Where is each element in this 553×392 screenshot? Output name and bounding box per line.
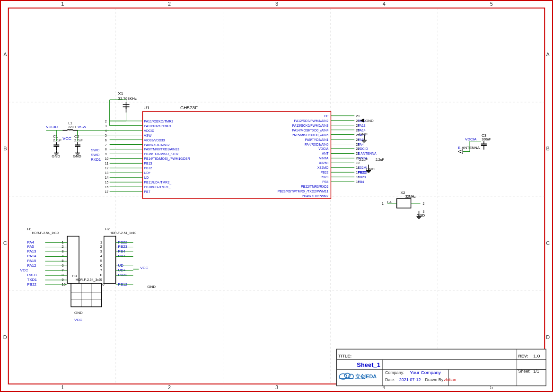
svg-text:PA14: PA14 [27,254,36,258]
svg-text:3: 3 [423,210,425,213]
svg-text:22uH: 22uH [68,125,76,129]
svg-text:UD+: UD+ [118,268,126,272]
svg-text:PA13: PA13 [27,249,36,253]
svg-text:PA5/TYD3/AIN1: PA5/TYD3/AIN1 [305,138,329,141]
svg-text:X32MO: X32MO [317,166,329,169]
svg-text:16: 16 [105,185,109,189]
svg-text:VCC: VCC [62,136,71,141]
svg-rect-222 [397,199,411,208]
svg-text:17: 17 [105,190,109,193]
svg-text:X1: X1 [118,91,123,96]
svg-text:2: 2 [61,244,64,249]
svg-text:8: 8 [61,273,64,277]
svg-text:TITLE:: TITLE: [338,354,351,358]
schematic-container: 1 2 3 4 5 1 2 3 4 5 A B C D A B C D U1 C… [0,0,553,392]
svg-text:X2: X2 [401,191,405,195]
svg-text:PB23: PB23 [320,175,328,179]
svg-text:PB22/TMR3/RXD2: PB22/TMR3/RXD2 [301,185,328,188]
svg-text:E: E [458,146,460,150]
svg-text:A: A [3,52,7,57]
svg-text:PB22: PB22 [27,282,37,287]
svg-text:PA12: PA12 [27,263,36,268]
svg-text:5: 5 [61,259,64,263]
svg-text:REV:: REV: [518,354,528,358]
svg-text:32MHz: 32MHz [405,195,416,198]
svg-text:CH573F: CH573F [180,105,198,110]
svg-text:1: 1 [61,240,64,244]
svg-text:VDCID: VDCID [46,125,58,129]
svg-text:GND: GND [74,311,83,315]
svg-text:PB22: PB22 [320,171,328,174]
svg-text:32.768KHz: 32.768KHz [118,96,137,101]
svg-text:HDR-F-2.54_1x10: HDR-F-2.54_1x10 [32,231,59,235]
svg-text:13: 13 [105,171,109,174]
svg-text:RXD1: RXD1 [91,157,101,162]
svg-text:VCC: VCC [140,266,148,270]
svg-text:VDCIA: VDCIA [318,147,329,150]
svg-text:1: 1 [100,240,103,244]
svg-text:5: 5 [490,1,493,7]
svg-text:PA14: PA14 [358,129,366,132]
svg-text:PA13/SCK0/PWM5/AIN3: PA13/SCK0/PWM5/AIN3 [292,124,329,127]
svg-text:3: 3 [275,1,278,7]
svg-text:3: 3 [105,124,107,128]
svg-text:5: 5 [100,259,103,263]
svg-text:PA5: PA5 [27,244,35,249]
svg-rect-268 [104,236,116,284]
svg-text:GND: GND [73,154,81,158]
svg-text:15: 15 [105,181,109,184]
svg-text:C2: C2 [74,134,79,139]
svg-text:PB15/TCK/MISO_/DTR: PB15/TCK/MISO_/DTR [144,152,178,156]
svg-text:6: 6 [105,139,107,142]
svg-text:TXD1: TXD1 [27,278,37,282]
svg-text:2: 2 [105,120,107,123]
svg-text:PA11/X32KO/TMR2: PA11/X32KO/TMR2 [144,120,173,123]
svg-text:6: 6 [61,263,64,268]
svg-text:14: 14 [105,176,109,179]
svg-text:C1: C1 [53,134,58,139]
svg-text:2: 2 [100,244,103,249]
svg-text:GND: GND [52,154,60,158]
svg-text:VINTA: VINTA [319,157,328,160]
svg-text:1.0: 1.0 [533,353,540,358]
svg-text:B: B [546,146,550,151]
svg-text:10: 10 [105,157,109,160]
svg-marker-207 [458,149,463,153]
svg-text:7: 7 [105,143,107,147]
svg-text:6: 6 [100,263,103,268]
svg-text:PA4: PA4 [27,240,35,244]
svg-text:PB23: PB23 [358,175,366,179]
svg-text:VSW: VSW [78,125,87,129]
svg-text:PA5: PA5 [358,138,364,141]
svg-text:PB4: PB4 [322,180,328,183]
svg-text:8: 8 [105,148,107,151]
svg-text:PA14/MOSI/TXD0_/AIN4: PA14/MOSI/TXD0_/AIN4 [292,129,328,132]
svg-text:2.2uF: 2.2uF [359,158,368,161]
svg-text:2021-07-12: 2021-07-12 [399,377,421,382]
svg-text:1: 1 [382,202,384,205]
svg-text:PA15/MISO/RXD0_/AIN5: PA15/MISO/RXD0_/AIN5 [292,133,329,137]
svg-text:11: 11 [105,162,109,165]
svg-text:4: 4 [383,1,386,7]
svg-text:SWD: SWD [91,153,100,157]
svg-text:GND: GND [359,132,368,136]
svg-text:PB7: PB7 [144,190,150,193]
svg-text:zhitian: zhitian [444,377,456,382]
svg-text:4: 4 [61,254,64,258]
svg-text:2: 2 [168,1,171,7]
svg-text:UD+: UD+ [144,171,150,174]
svg-text:PA9/TMR0/TXD1/AIN13: PA9/TMR0/TXD1/AIN13 [144,148,179,151]
svg-text:X32MI: X32MI [319,161,328,165]
svg-text:HDR-F-2.54_3x5: HDR-F-2.54_3x5 [76,278,101,282]
svg-text:H1: H1 [27,227,33,231]
svg-text:2.2uF: 2.2uF [376,158,384,161]
svg-text:L1: L1 [68,121,72,125]
svg-text:2: 2 [168,384,171,390]
svg-text:Drawn By:: Drawn By: [425,377,444,382]
svg-text:PB22: PB22 [358,170,367,174]
svg-text:Your Company: Your Company [410,370,441,375]
svg-text:Date:: Date: [385,377,395,382]
svg-text:GND: GND [147,285,156,289]
svg-text:PB23: PB23 [118,244,128,249]
svg-text:PB22: PB22 [118,273,128,277]
